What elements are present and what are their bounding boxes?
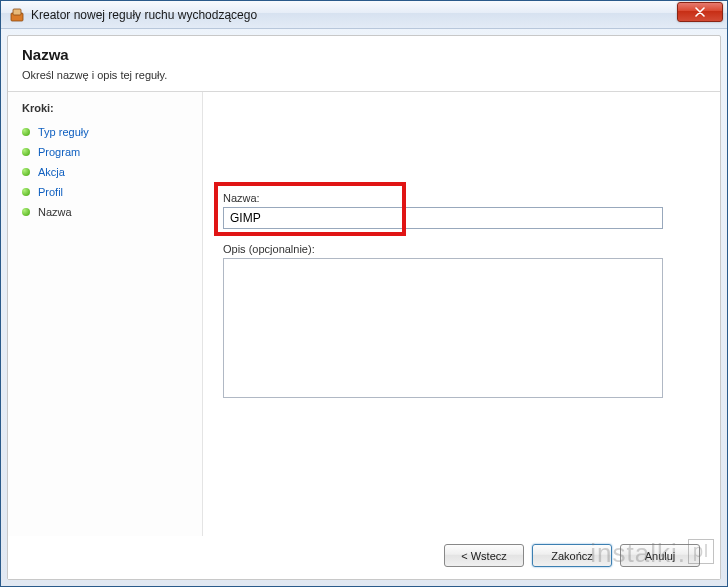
step-label: Akcja (38, 166, 65, 178)
close-icon (695, 7, 705, 17)
bullet-icon (22, 188, 30, 196)
close-button[interactable] (677, 2, 723, 22)
description-input[interactable] (223, 258, 663, 398)
step-label: Typ reguły (38, 126, 89, 138)
wizard-body: Nazwa Określ nazwę i opis tej reguły. Kr… (7, 35, 721, 580)
step-label: Profil (38, 186, 63, 198)
steps-sidebar: Kroki: Typ reguły Program Akcja Profil (8, 92, 203, 536)
step-rule-type[interactable]: Typ reguły (22, 122, 202, 142)
bullet-icon (22, 128, 30, 136)
step-label: Nazwa (38, 206, 72, 218)
step-profile[interactable]: Profil (22, 182, 202, 202)
cancel-button[interactable]: Anuluj (620, 544, 700, 567)
form-area: Nazwa: Opis (opcjonalnie): (203, 92, 720, 536)
wizard-footer: < Wstecz Zakończ Anuluj (8, 536, 720, 579)
page-subtitle: Określ nazwę i opis tej reguły. (22, 69, 706, 81)
finish-button[interactable]: Zakończ (532, 544, 612, 567)
bullet-icon (22, 148, 30, 156)
step-label: Program (38, 146, 80, 158)
name-input[interactable] (223, 207, 663, 229)
bullet-icon (22, 208, 30, 216)
back-button[interactable]: < Wstecz (444, 544, 524, 567)
window-title: Kreator nowej reguły ruchu wychodzącego (31, 8, 677, 22)
name-label: Nazwa: (223, 192, 690, 204)
wizard-content: Kroki: Typ reguły Program Akcja Profil (8, 92, 720, 536)
step-action[interactable]: Akcja (22, 162, 202, 182)
steps-heading: Kroki: (22, 102, 202, 114)
app-icon (9, 7, 25, 23)
name-group: Nazwa: (223, 192, 690, 229)
description-label: Opis (opcjonalnie): (223, 243, 690, 255)
wizard-header: Nazwa Określ nazwę i opis tej reguły. (8, 36, 720, 92)
description-group: Opis (opcjonalnie): (223, 243, 690, 400)
wizard-window: Kreator nowej reguły ruchu wychodzącego … (0, 0, 728, 587)
svg-rect-1 (13, 9, 21, 15)
step-name[interactable]: Nazwa (22, 202, 202, 222)
page-title: Nazwa (22, 46, 706, 63)
step-program[interactable]: Program (22, 142, 202, 162)
bullet-icon (22, 168, 30, 176)
titlebar: Kreator nowej reguły ruchu wychodzącego (1, 1, 727, 29)
